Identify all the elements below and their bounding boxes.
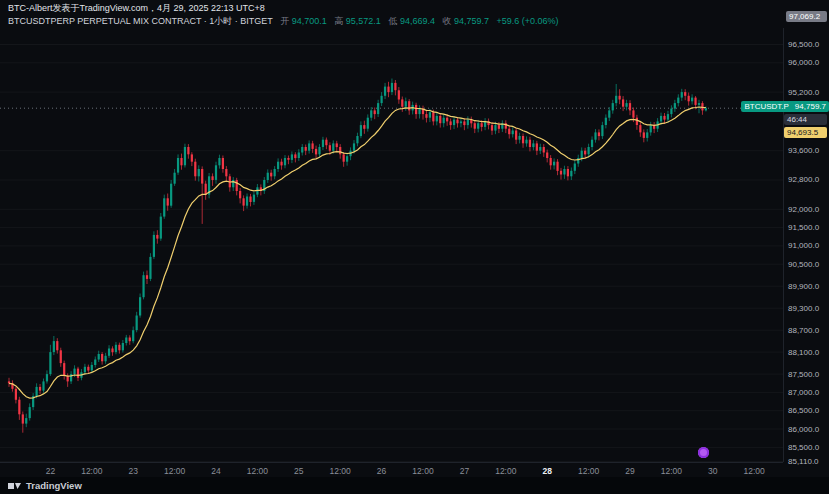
price-tick-label: 87,500.0 [788, 370, 819, 379]
price-tick-label: 86,500.0 [788, 406, 819, 415]
price-tick-label: 89,900.0 [788, 282, 819, 291]
open-value: 94,700.1 [292, 16, 327, 26]
time-tick-label: 12:00 [330, 466, 351, 476]
time-tick-label: 12:00 [744, 466, 765, 476]
low-label: 低 [388, 16, 397, 26]
last-price-badge: BTCUSDT.P 94,759.7 [741, 101, 829, 112]
time-tick-label: 28 [542, 466, 551, 476]
price-tick-label: 86,000.0 [788, 425, 819, 434]
change-value: +59.6 (+0.06%) [497, 16, 559, 26]
candlestick-canvas[interactable] [0, 28, 783, 462]
time-tick-label: 26 [377, 466, 386, 476]
time-tick-label: 23 [128, 466, 137, 476]
time-tick-label: 12:00 [495, 466, 516, 476]
tradingview-logo[interactable]: TradingView [8, 480, 82, 491]
time-tick-label: 12:00 [578, 466, 599, 476]
alert-price-badge: 97,069.2 [786, 11, 827, 22]
close-value: 94,759.7 [454, 16, 489, 26]
price-tick-label: 91,500.0 [788, 223, 819, 232]
price-tick-label: 89,300.0 [788, 304, 819, 313]
close-label: 收 [442, 16, 451, 26]
price-tick-label: 85,110.0 [788, 457, 819, 466]
price-tick-label: 90,500.0 [788, 260, 819, 269]
tradingview-screenshot: BTC-Albert发表于TradingView.com，4月 29, 2025… [0, 0, 829, 494]
last-price-badge-symbol: BTCUSDT.P [744, 101, 788, 112]
last-price-badge-value: 94,759.7 [795, 101, 826, 112]
low-value: 94,669.4 [400, 16, 435, 26]
time-tick-label: 25 [294, 466, 303, 476]
price-tick-label: 93,600.0 [788, 146, 819, 155]
chart-plot-area[interactable] [0, 28, 784, 462]
time-tick-label: 22 [46, 466, 55, 476]
time-tick-label: 27 [460, 466, 469, 476]
high-value: 95,572.1 [346, 16, 381, 26]
time-tick-label: 12:00 [661, 466, 682, 476]
price-tick-label: 96,000.0 [788, 58, 819, 67]
price-tick-label: 88,700.0 [788, 326, 819, 335]
time-tick-label: 12:00 [164, 466, 185, 476]
footer-bar: TradingView [0, 477, 829, 494]
price-tick-label: 91,000.0 [788, 241, 819, 250]
price-axis[interactable]: 96,500.096,000.095,200.093,600.092,800.0… [784, 28, 829, 462]
attribution-text: BTC-Albert发表于TradingView.com，4月 29, 2025… [8, 2, 265, 15]
time-tick-label: 12:00 [81, 466, 102, 476]
price-tick-label: 96,500.0 [788, 40, 819, 49]
price-tick-label: 92,800.0 [788, 175, 819, 184]
time-tick-label: 29 [625, 466, 634, 476]
ma-value-badge: 94,693.5 [784, 127, 827, 138]
open-label: 开 [280, 16, 289, 26]
price-tick-label: 92,000.0 [788, 205, 819, 214]
price-tick-label: 87,000.0 [788, 388, 819, 397]
tradingview-logo-icon [8, 481, 22, 491]
purple-marker-icon[interactable] [698, 447, 709, 458]
time-axis[interactable]: 2212:002312:002412:002512:002612:002712:… [0, 462, 783, 478]
symbol-header: BTCUSDTPERP PERPETUAL MIX CONTRACT · 1小时… [8, 15, 559, 28]
time-tick-label: 30 [708, 466, 717, 476]
time-tick-label: 12:00 [247, 466, 268, 476]
price-tick-label: 95,200.0 [788, 88, 819, 97]
price-tick-label: 85,500.0 [788, 443, 819, 452]
time-tick-label: 12:00 [412, 466, 433, 476]
alert-price-value: 97,069.2 [789, 12, 820, 21]
tradingview-logo-text: TradingView [26, 480, 82, 491]
symbol-title: BTCUSDTPERP PERPETUAL MIX CONTRACT · 1小时… [8, 16, 273, 26]
bar-countdown-badge: 46:44 [784, 114, 827, 125]
high-label: 高 [334, 16, 343, 26]
price-tick-label: 88,100.0 [788, 348, 819, 357]
time-tick-label: 24 [211, 466, 220, 476]
